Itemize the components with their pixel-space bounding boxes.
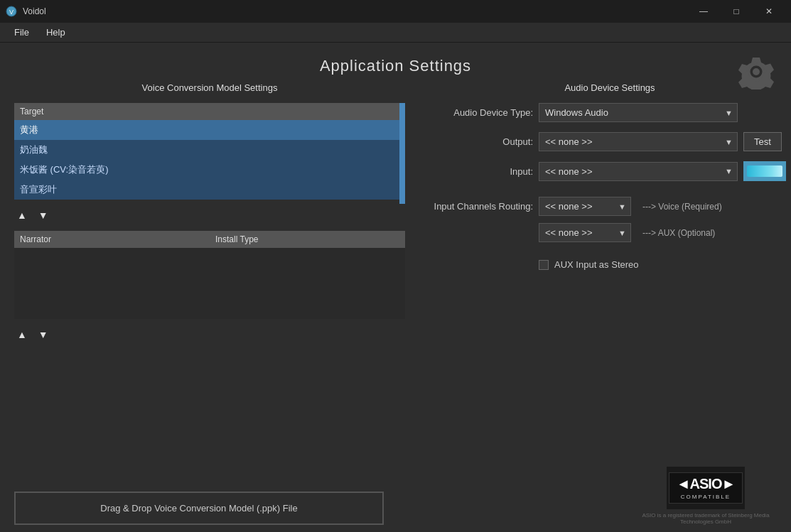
routing-aux-value: << none >> xyxy=(545,227,593,238)
audio-section-title: Audio Device Settings xyxy=(564,82,655,93)
chevron-down-icon: ▼ xyxy=(725,109,733,117)
output-value: << none >> xyxy=(545,136,593,147)
title-bar-controls: — □ ✕ xyxy=(687,0,785,23)
routing-voice-select[interactable]: << none >> ▼ xyxy=(539,197,631,216)
settings-gear-icon[interactable] xyxy=(738,54,774,89)
table-row[interactable]: 奶油魏 xyxy=(14,140,405,160)
audio-device-type-select-wrapper: Windows Audio ▼ xyxy=(539,103,738,122)
audio-device-type-value: Windows Audio xyxy=(545,107,608,118)
audio-section-heading: Audio Device Settings xyxy=(434,82,786,93)
routing-section: Input Channels Routing: << none >> ▼ ---… xyxy=(434,197,786,249)
drop-zone-label: Drag & Drop Voice Conversion Model (.ppk… xyxy=(100,503,297,514)
maximize-button[interactable]: □ xyxy=(720,0,753,23)
output-select[interactable]: << none >> ▼ xyxy=(539,132,738,151)
bottom-area: Drag & Drop Voice Conversion Model (.ppk… xyxy=(0,460,791,532)
input-select[interactable]: << none >> ▼ xyxy=(539,162,738,181)
routing-aux-desc: ---> AUX (Optional) xyxy=(642,228,715,238)
voice-name: 米饭酱 (CV:染音若萸) xyxy=(14,160,405,180)
narrator-down-button[interactable]: ▼ xyxy=(36,327,51,342)
voice-down-button[interactable]: ▼ xyxy=(36,208,51,222)
routing-voice-value: << none >> xyxy=(545,201,593,212)
voice-arrow-controls: ▲ ▼ xyxy=(14,208,405,222)
aux-stereo-label: AUX Input as Stereo xyxy=(554,259,639,270)
left-column: Voice Conversion Model Settings Target 黄… xyxy=(14,82,405,460)
voice-name: 黄港 xyxy=(14,120,405,140)
audio-device-type-select[interactable]: Windows Audio ▼ xyxy=(539,103,738,122)
aux-stereo-row: AUX Input as Stereo xyxy=(434,259,786,270)
routing-voice-row: Input Channels Routing: << none >> ▼ ---… xyxy=(434,197,786,216)
chevron-down-icon: ▼ xyxy=(618,229,626,237)
voice-table: Target 黄港 奶油魏 米饭酱 (CV:染音若萸) xyxy=(14,103,405,200)
svg-point-4 xyxy=(753,68,760,75)
voice-section-heading: Voice Conversion Model Settings xyxy=(14,82,405,93)
title-bar-left: V Voidol xyxy=(6,6,46,17)
title-bar: V Voidol — □ ✕ xyxy=(0,0,791,23)
main-columns: Voice Conversion Model Settings Target 黄… xyxy=(0,82,791,460)
asio-compatible-text: COMPATIBLE xyxy=(681,494,731,500)
menu-bar: File Help xyxy=(0,23,791,43)
voice-name: 音宣彩叶 xyxy=(14,180,405,200)
chevron-down-icon: ▼ xyxy=(725,138,733,146)
drop-zone[interactable]: Drag & Drop Voice Conversion Model (.ppk… xyxy=(14,492,384,525)
chevron-down-icon: ▼ xyxy=(725,167,733,175)
audio-device-type-row: Audio Device Type: Windows Audio ▼ xyxy=(434,103,786,122)
target-column-header: Target xyxy=(14,103,405,120)
app-icon: V xyxy=(6,6,17,17)
output-select-wrapper: << none >> ▼ xyxy=(539,132,738,151)
chevron-down-icon: ▼ xyxy=(618,202,626,211)
narrator-empty-body xyxy=(14,248,405,319)
install-type-column-header: Install Type xyxy=(210,231,308,248)
routing-aux-select[interactable]: << none >> ▼ xyxy=(539,223,631,242)
menu-help[interactable]: Help xyxy=(38,24,74,40)
narrator-column-header: Narrator xyxy=(14,231,210,248)
table-row[interactable]: 音宣彩叶 xyxy=(14,180,405,200)
svg-text:V: V xyxy=(9,9,14,16)
input-level-bar xyxy=(747,165,782,177)
close-button[interactable]: ✕ xyxy=(753,0,785,23)
input-value: << none >> xyxy=(545,166,593,177)
routing-label: Input Channels Routing: xyxy=(434,201,533,212)
narrator-extra-header xyxy=(308,231,406,248)
main-content: Application Settings xyxy=(0,43,791,532)
voice-table-wrapper[interactable]: Target 黄港 奶油魏 米饭酱 (CV:染音若萸) xyxy=(14,103,405,204)
routing-aux-select-wrapper: << none >> ▼ xyxy=(539,223,631,242)
app-title: Voidol xyxy=(23,6,46,16)
right-column: Audio Device Settings Audio Device Type:… xyxy=(434,82,786,460)
minimize-button[interactable]: — xyxy=(687,0,720,23)
input-label: Input: xyxy=(434,166,533,177)
page-title: Application Settings xyxy=(0,57,791,75)
routing-voice-desc: ---> Voice (Required) xyxy=(642,202,722,212)
routing-voice-select-wrapper: << none >> ▼ xyxy=(539,197,631,216)
narrator-table: Narrator Install Type xyxy=(14,231,405,319)
page-header: Application Settings xyxy=(0,43,791,82)
output-row: Output: << none >> ▼ Test xyxy=(434,132,786,151)
aux-stereo-checkbox[interactable] xyxy=(539,260,549,270)
voice-section-title: Voice Conversion Model Settings xyxy=(142,82,278,93)
voice-table-scrollbar[interactable] xyxy=(399,103,405,204)
routing-aux-row: << none >> ▼ ---> AUX (Optional) xyxy=(434,223,786,242)
asio-logo: ◄ASIO► xyxy=(677,476,736,492)
asio-badge: ◄ASIO► COMPATIBLE xyxy=(667,467,745,509)
narrator-arrow-controls: ▲ ▼ xyxy=(14,327,405,342)
input-select-wrapper: << none >> ▼ xyxy=(539,162,738,181)
table-row[interactable]: 黄港 xyxy=(14,120,405,140)
output-label: Output: xyxy=(434,136,533,147)
narrator-up-button[interactable]: ▲ xyxy=(14,327,30,342)
voice-up-button[interactable]: ▲ xyxy=(14,208,30,222)
test-button[interactable]: Test xyxy=(743,132,782,151)
asio-trademark-text: ASIO is a registered trademark of Steinb… xyxy=(635,512,777,525)
voice-table-container: Target 黄港 奶油魏 米饭酱 (CV:染音若萸) xyxy=(14,103,405,204)
table-row[interactable]: 米饭酱 (CV:染音若萸) xyxy=(14,160,405,180)
audio-device-type-label: Audio Device Type: xyxy=(434,107,533,118)
input-row: Input: << none >> ▼ xyxy=(434,161,786,181)
menu-file[interactable]: File xyxy=(6,24,38,40)
voice-name: 奶油魏 xyxy=(14,140,405,160)
input-level-indicator xyxy=(743,161,786,181)
asio-section: ◄ASIO► COMPATIBLE ASIO is a registered t… xyxy=(635,467,777,525)
